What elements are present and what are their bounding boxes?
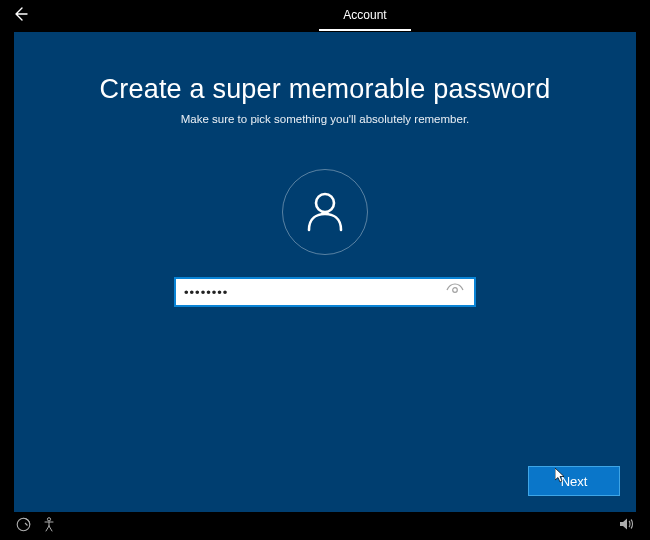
svg-point-1 (453, 288, 458, 293)
main-panel: Create a super memorable password Make s… (14, 32, 636, 512)
page-title: Create a super memorable password (100, 74, 551, 105)
back-arrow-icon (12, 6, 28, 26)
password-input[interactable] (184, 285, 444, 300)
back-button[interactable] (0, 0, 40, 32)
top-bar: Account (0, 0, 650, 32)
ease-of-access-icon (16, 517, 31, 536)
volume-button[interactable] (614, 512, 640, 540)
page-subtitle: Make sure to pick something you'll absol… (181, 113, 470, 125)
next-button-label: Next (561, 474, 588, 489)
tab-label: Account (343, 8, 386, 22)
volume-icon (619, 517, 635, 535)
bottom-bar (0, 512, 650, 540)
ease-of-access-button[interactable] (10, 512, 36, 540)
password-field[interactable] (174, 277, 476, 307)
svg-point-0 (316, 194, 334, 212)
next-button[interactable]: Next (528, 466, 620, 496)
user-avatar (282, 169, 368, 255)
password-reveal-icon (446, 283, 464, 301)
accessibility-button[interactable] (36, 512, 62, 540)
user-avatar-icon (301, 186, 349, 238)
svg-point-3 (47, 517, 50, 520)
accessibility-icon (42, 517, 56, 536)
password-reveal-button[interactable] (444, 283, 466, 301)
tab-account[interactable]: Account (319, 2, 410, 31)
